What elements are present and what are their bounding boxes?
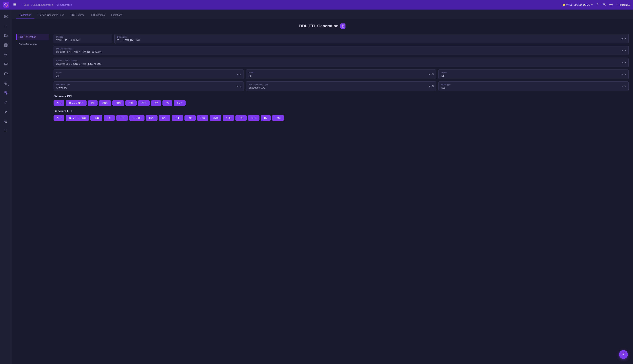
ddl-btn-src[interactable]: SRC — [112, 100, 124, 106]
object-dropdown-arrow[interactable]: ▾ — [621, 73, 623, 76]
etl-btn-ext[interactable]: EXT — [104, 115, 115, 121]
tab-generation[interactable]: Generation — [16, 11, 35, 19]
etl-btn-rts[interactable]: RTS — [248, 115, 259, 121]
tab-etl-settings[interactable]: ETL Settings — [88, 11, 108, 19]
dv-release-field[interactable]: Data Vault Release 2023-04-25 11:14:13 1… — [54, 46, 628, 55]
breadcrumb-link[interactable]: Full Generation — [56, 4, 72, 6]
ddl-btn-fmc[interactable]: FMC — [174, 100, 185, 106]
sidebar-item-add[interactable] — [2, 117, 10, 125]
page-title-icon — [340, 24, 345, 28]
load-type-actions: ▾ ✕ — [621, 85, 626, 88]
etl-btn-src[interactable]: SRC — [90, 115, 102, 121]
layer-dropdown-arrow[interactable]: ▾ — [237, 73, 238, 76]
nav-item-full-generation[interactable]: Full Generation — [16, 34, 49, 40]
bv-release-dropdown-arrow[interactable]: ▾ — [621, 61, 623, 64]
etl-generation-type-field[interactable]: ETL Generation Type Snowflake SQL ▾ ✕ — [246, 82, 436, 91]
sidebar-item-generate[interactable] — [2, 89, 10, 97]
ddl-btn-cdc[interactable]: CDC — [99, 100, 111, 106]
etl-btn-all[interactable]: ALL — [54, 115, 64, 121]
fab-button[interactable] — [619, 350, 628, 359]
etl-gen-type-actions: ▾ ✕ — [429, 85, 434, 88]
etl-btn-stg[interactable]: STG — [116, 115, 128, 121]
object-actions: ▾ ✕ — [621, 73, 626, 76]
bv-release-clear-button[interactable]: ✕ — [624, 61, 626, 64]
data-vault-clear-button[interactable]: ✕ — [624, 37, 626, 40]
sidebar-item-filter[interactable] — [2, 22, 10, 30]
database-type-field[interactable]: Database Type Snowflake ▾ ✕ — [54, 82, 244, 91]
etl-gen-type-label: ETL Generation Type — [249, 84, 424, 86]
source-clear-button[interactable]: ✕ — [432, 73, 434, 76]
tab-ddl-settings[interactable]: DDL Settings — [67, 11, 88, 19]
data-vault-dropdown-arrow[interactable]: ▾ — [621, 37, 623, 40]
etl-btn-lks[interactable]: LKS — [197, 115, 208, 121]
ddl-btn-bv[interactable]: BV — [163, 100, 172, 106]
etl-btn-sat[interactable]: SAT — [159, 115, 170, 121]
chevron-down-icon: ▾ — [591, 4, 593, 6]
etl-btn-lnd[interactable]: LND — [210, 115, 221, 121]
load-type-field[interactable]: Load Type ALL ▾ ✕ — [438, 82, 628, 91]
etl-btn-hub[interactable]: HUB — [146, 115, 158, 121]
etl-btn-lnk[interactable]: LNK — [185, 115, 196, 121]
ddl-btn-stg[interactable]: STG — [138, 100, 150, 106]
logout-icon: ↪ — [616, 4, 618, 6]
users-button[interactable] — [602, 2, 605, 7]
etl-btn-remote_src[interactable]: REMOTE_SRC — [66, 115, 89, 121]
sidebar-item-code[interactable] — [2, 98, 10, 106]
hamburger-button[interactable]: ☰ — [13, 3, 16, 7]
load-type-clear-button[interactable]: ✕ — [624, 85, 626, 88]
dv-release-clear-button[interactable]: ✕ — [624, 49, 626, 52]
tab-migrations[interactable]: Migrations — [108, 11, 126, 19]
project-field: Project* VAULTSPEED_DEMO — [54, 34, 112, 44]
project-value: VAULTSPEED_DEMO — [56, 39, 110, 42]
database-type-clear-button[interactable]: ✕ — [239, 85, 242, 88]
layer-field[interactable]: Layer All ▾ ✕ — [54, 70, 244, 79]
ddl-btn-remote-src[interactable]: Remote SRC — [66, 100, 87, 106]
etl-btn-fmc[interactable]: FMC — [272, 115, 284, 121]
database-type-label: Database Type — [56, 84, 232, 86]
etl-btn-stg-dl[interactable]: STG DL — [129, 115, 145, 121]
form-area: Project* VAULTSPEED_DEMO Data Vault VS_D… — [54, 34, 628, 124]
sidebar-item-wrench[interactable] — [2, 108, 10, 116]
sidebar-item-list[interactable] — [2, 127, 10, 135]
breadcrumb: ← Back | DDL ETL Generation / Full Gener… — [20, 4, 560, 6]
object-field[interactable]: Object All ▾ ✕ — [438, 70, 628, 79]
etl-btn-ref[interactable]: REF — [172, 115, 183, 121]
etl-btn-bv[interactable]: BV — [261, 115, 271, 121]
dv-release-dropdown-arrow[interactable]: ▾ — [621, 49, 623, 52]
user-menu[interactable]: ↪ student52 — [616, 4, 630, 6]
etl-gen-type-dropdown-arrow[interactable]: ▾ — [429, 85, 430, 88]
sidebar-item-dashboard[interactable] — [2, 12, 10, 20]
main-layout: Generation Preview Generated Files DDL S… — [0, 10, 633, 364]
nav-item-delta-generation[interactable]: Delta Generation — [16, 41, 49, 48]
settings-button[interactable] — [609, 2, 613, 7]
tab-preview[interactable]: Preview Generated Files — [35, 11, 67, 19]
ddl-btn-all[interactable]: ALL — [54, 100, 64, 106]
database-type-dropdown-arrow[interactable]: ▾ — [237, 85, 238, 88]
sidebar-item-server[interactable] — [2, 60, 10, 68]
data-vault-field[interactable]: Data Vault VS_DEMO_DV_SNW ▾ ✕ — [115, 34, 628, 44]
sidebar-item-folder[interactable] — [2, 32, 10, 40]
sidebar-item-star[interactable] — [2, 50, 10, 59]
ddl-btn-ini[interactable]: INI — [88, 100, 98, 106]
etl-btn-lds[interactable]: LDS — [235, 115, 247, 121]
ddl-btn-ext[interactable]: EXT — [126, 100, 137, 106]
sidebar-item-target[interactable] — [2, 79, 10, 87]
dv-release-actions: ▾ ✕ — [621, 49, 626, 52]
source-field[interactable]: Source All ▾ ✕ — [246, 70, 436, 79]
project-label: Project* — [56, 36, 110, 38]
layer-value: All — [56, 74, 232, 77]
etl-btn-nhl[interactable]: NHL — [223, 115, 234, 121]
source-dropdown-arrow[interactable]: ▾ — [429, 73, 430, 76]
load-type-dropdown-arrow[interactable]: ▾ — [621, 85, 623, 88]
two-col-layout: Full Generation Delta Generation Project… — [16, 34, 628, 124]
bv-release-field[interactable]: Business Vault Release 2023-04-25 11:22:… — [54, 58, 628, 67]
project-selector[interactable]: 📁 VAULTSPEED_DEMO ▾ — [562, 4, 593, 6]
bv-release-label: Business Vault Release — [56, 60, 617, 62]
ddl-btn-dv[interactable]: DV — [151, 100, 161, 106]
help-button[interactable]: ? — [596, 3, 598, 7]
sidebar-item-cloud[interactable] — [2, 70, 10, 78]
etl-gen-type-clear-button[interactable]: ✕ — [432, 85, 434, 88]
layer-clear-button[interactable]: ✕ — [239, 73, 242, 76]
sidebar-item-grid[interactable] — [2, 41, 10, 49]
object-clear-button[interactable]: ✕ — [624, 73, 626, 76]
